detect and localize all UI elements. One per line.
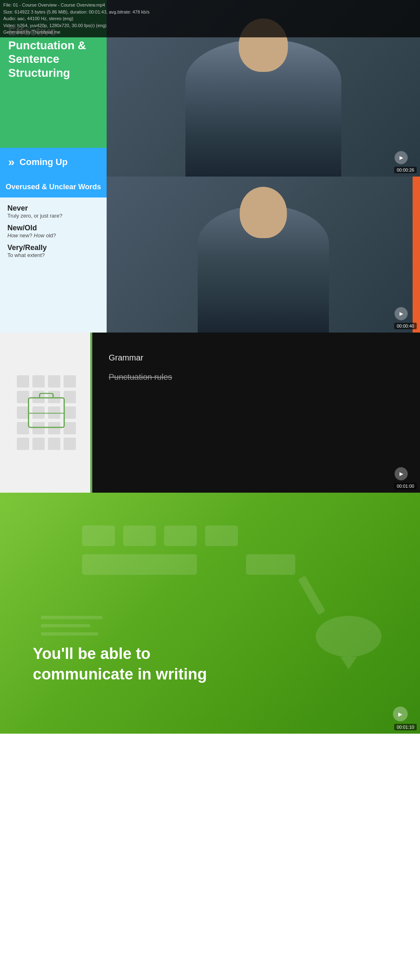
panel4-text-block: You'll be able to communicate in writing — [0, 644, 238, 734]
panel-1: File: 01 - Course Overview - Course Over… — [0, 0, 420, 177]
coming-up-arrows-icon: » — [8, 156, 15, 169]
panel2-person-head — [240, 187, 287, 238]
svg-rect-11 — [41, 632, 98, 636]
play-button[interactable]: ▶ — [395, 151, 408, 164]
word-title-newold: New/Old — [7, 224, 99, 232]
panel2-person-body — [198, 205, 329, 333]
word-sub-never: Truly zero, or just rare? — [7, 213, 99, 219]
metadata-line1: File: 01 - Course Overview - Course Over… — [3, 2, 417, 9]
svg-rect-6 — [298, 576, 325, 615]
metadata-line3: Audio: aac, 44100 Hz, stereo (eng) — [3, 15, 417, 22]
panel4-headline: You'll be able to communicate in writing — [33, 644, 238, 684]
panel3-left-illustration — [0, 333, 92, 493]
panel-4: You'll be able to communicate in writing… — [0, 493, 420, 734]
svg-rect-2 — [164, 526, 197, 546]
course-item-grammar: Grammar — [109, 353, 404, 363]
timestamp-badge-4: 00:01:10 — [394, 724, 417, 730]
word-sub-newold: How new? How old? — [7, 232, 99, 239]
briefcase-handle — [39, 393, 54, 399]
svg-rect-0 — [82, 526, 115, 546]
panel-3: Grammar Punctuation rules ▶ 00:01:00 — [0, 333, 420, 493]
panel2-header-text: Overused & Unclear Words — [6, 183, 101, 191]
play-button-2[interactable]: ▶ — [395, 307, 408, 320]
briefcase-icon — [28, 397, 65, 428]
word-item-newold: New/Old How new? How old? — [7, 224, 99, 239]
panel-2: Overused & Unclear Words Never Truly zer… — [0, 177, 420, 333]
svg-rect-4 — [82, 554, 197, 575]
green-accent-bar — [90, 333, 92, 493]
word-title-never: Never — [7, 204, 99, 213]
person-body — [185, 39, 341, 177]
orange-accent-bar — [413, 177, 420, 333]
word-sub-veryreally: To what extent? — [7, 252, 99, 258]
coming-up-label: Coming Up — [20, 157, 68, 168]
svg-point-7 — [316, 616, 381, 657]
metadata-line4: Video: h264, yuv420p, 1280x720, 30.00 fp… — [3, 22, 417, 29]
course-item-punctuation: Punctuation rules — [109, 372, 404, 382]
timestamp-badge-1: 00:00:26 — [394, 167, 417, 173]
file-metadata: File: 01 - Course Overview - Course Over… — [0, 0, 420, 37]
play-button-4[interactable]: ▶ — [393, 707, 408, 721]
svg-rect-9 — [41, 616, 103, 619]
metadata-line2: Size: 614922 3 bytes (5.86 MiB), duratio… — [3, 9, 417, 16]
play-button-3[interactable]: ▶ — [395, 467, 408, 480]
timestamp-badge-2: 00:00:40 — [394, 323, 417, 329]
panel2-header: Overused & Unclear Words — [0, 177, 107, 197]
panel2-video-frame: ▶ 00:00:40 — [107, 177, 420, 333]
word-title-veryreally: Very/Really — [7, 243, 99, 252]
svg-rect-1 — [123, 526, 156, 546]
panel2-word-list: Never Truly zero, or just rare? New/Old … — [0, 197, 107, 333]
timestamp-badge-3: 00:01:00 — [394, 483, 417, 489]
briefcase-line — [29, 413, 64, 413]
svg-rect-10 — [41, 624, 90, 627]
panel2-video-bg — [107, 177, 420, 333]
panel3-dark-bg: Grammar Punctuation rules ▶ 00:01:00 — [92, 333, 420, 493]
svg-rect-3 — [205, 526, 238, 546]
svg-marker-8 — [340, 657, 357, 669]
svg-rect-5 — [246, 554, 295, 575]
word-item-veryreally: Very/Really To what extent? — [7, 243, 99, 258]
panel1-coming-up-bar: » Coming Up — [0, 148, 107, 177]
metadata-line5: Generated by Thumbnail.me — [3, 29, 417, 36]
word-item-never: Never Truly zero, or just rare? — [7, 204, 99, 219]
panel2-left-sidebar: Overused & Unclear Words Never Truly zer… — [0, 177, 107, 333]
